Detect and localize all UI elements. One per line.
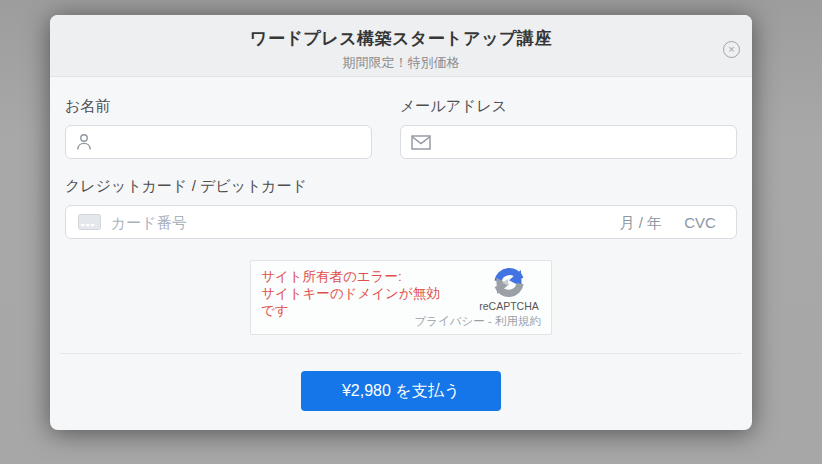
recaptcha-wrapper: サイト所有者のエラー: サイトキーのドメインが無効 です reCAPTCHA — [65, 260, 737, 335]
email-field[interactable] — [440, 134, 726, 151]
card-number-input[interactable] — [111, 214, 592, 231]
credit-card-icon — [78, 214, 101, 230]
name-field-group: お名前 — [65, 97, 372, 159]
checkout-modal: ワードプレス構築スタートアップ講座 期間限定！特別価格 × お名前 — [50, 15, 752, 430]
modal-header: ワードプレス構築スタートアップ講座 期間限定！特別価格 × — [50, 15, 752, 77]
envelope-icon — [411, 135, 431, 150]
recaptcha-brand-label: reCAPTCHA — [477, 300, 541, 312]
name-input[interactable] — [101, 134, 361, 151]
card-input-box — [65, 205, 737, 239]
person-icon — [76, 133, 92, 151]
name-label: お名前 — [65, 97, 372, 116]
card-section-label: クレジットカード / デビットカード — [65, 177, 737, 196]
terms-link[interactable]: 利用規約 — [495, 315, 541, 327]
name-input-box — [65, 125, 372, 159]
page-title: ワードプレス構築スタートアップ講座 — [50, 27, 752, 50]
recaptcha-logo-icon — [492, 265, 526, 299]
recaptcha-links: プライバシー - 利用規約 — [414, 314, 541, 329]
email-field-group: メールアドレス — [400, 97, 737, 159]
modal-backdrop[interactable]: ワードプレス構築スタートアップ講座 期間限定！特別価格 × お名前 — [0, 0, 822, 464]
email-input-box — [400, 125, 737, 159]
divider — [60, 353, 742, 354]
card-expiry-input[interactable] — [592, 214, 662, 231]
close-icon: × — [728, 43, 734, 55]
pay-button[interactable]: ¥2,980 を支払う — [301, 371, 501, 411]
links-separator: - — [485, 315, 495, 327]
card-cvc-input[interactable] — [676, 214, 724, 231]
recaptcha-brand: reCAPTCHA — [477, 265, 541, 312]
name-email-row: お名前 メールアドレス — [65, 97, 737, 159]
modal-body: お名前 メールアドレス — [50, 77, 752, 411]
privacy-link[interactable]: プライバシー — [414, 315, 484, 327]
recaptcha-badge: サイト所有者のエラー: サイトキーのドメインが無効 です reCAPTCHA — [250, 260, 552, 335]
close-button[interactable]: × — [723, 41, 740, 58]
card-section: クレジットカード / デビットカード — [65, 177, 737, 239]
page-subtitle: 期間限定！特別価格 — [50, 54, 752, 72]
email-label: メールアドレス — [400, 97, 737, 116]
